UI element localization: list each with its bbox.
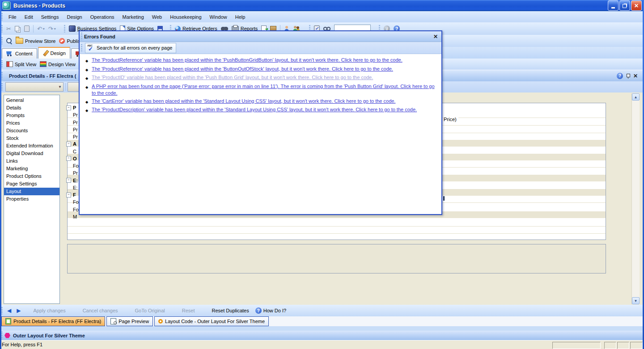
pin-icon[interactable]: [626, 73, 630, 78]
menu-help[interactable]: Help: [231, 13, 250, 21]
menu-window[interactable]: Window: [206, 13, 231, 21]
title-bar: Business - Products ✕: [0, 0, 644, 11]
menu-web[interactable]: Web: [148, 13, 166, 21]
menu-operations[interactable]: Operations: [86, 13, 119, 21]
how-do-i-button[interactable]: How Do I?: [263, 308, 286, 313]
tree-label: E:: [73, 178, 78, 183]
vertical-scrollbar[interactable]: ▲ ▼: [631, 93, 640, 304]
scroll-down-button[interactable]: ▼: [632, 297, 640, 304]
dialog-title-bar[interactable]: Errors Found ✕: [80, 31, 441, 42]
collapse-icon[interactable]: −: [66, 178, 71, 183]
sidebar-item-discounts[interactable]: Discounts: [4, 127, 59, 135]
folder-icon: [16, 38, 23, 44]
zoom-button[interactable]: [4, 37, 14, 45]
error-link-visited[interactable]: The 'ProductID' variable has been placed…: [92, 74, 373, 82]
close-button[interactable]: ✕: [631, 0, 642, 11]
reset-button[interactable]: Reset: [182, 308, 195, 313]
panel-help-icon[interactable]: ?: [617, 73, 623, 79]
sidebar-item-properties[interactable]: Properties: [4, 195, 59, 203]
tree-label: P: [73, 105, 76, 110]
bullet-icon: ◆: [85, 74, 92, 82]
collapse-icon[interactable]: −: [66, 105, 71, 110]
doc-tab-page-preview[interactable]: Page Preview: [106, 316, 153, 326]
tree-label: Pr: [73, 120, 78, 125]
error-link[interactable]: The 'ProductReference' variable has been…: [92, 66, 393, 74]
collapse-icon[interactable]: −: [66, 193, 71, 198]
restore-button[interactable]: [619, 0, 630, 11]
doc-tab-layout-code[interactable]: Layout Code - Outer Layout For Silver Th…: [154, 316, 269, 326]
error-link[interactable]: The 'CartError' variable has been placed…: [92, 98, 395, 106]
sidebar-item-details[interactable]: Details: [4, 104, 59, 112]
menu-marketing[interactable]: Marketing: [119, 13, 148, 21]
error-link[interactable]: The 'ProductDescription' variable has be…: [92, 106, 417, 114]
panel-close-icon[interactable]: ✕: [633, 73, 638, 79]
menu-housekeeping[interactable]: Housekeeping: [166, 13, 205, 21]
redo-button[interactable]: ↷▾: [47, 25, 58, 33]
apply-changes-button[interactable]: Apply changes: [33, 308, 65, 313]
undo-button[interactable]: ↶▾: [35, 25, 47, 33]
minimize-button[interactable]: [608, 0, 619, 11]
text-fragment: [443, 196, 445, 201]
tab-content[interactable]: Content: [2, 48, 37, 59]
collapse-icon[interactable]: −: [66, 156, 71, 161]
window-title: Business - Products: [13, 3, 65, 9]
sidebar-item-links[interactable]: Links: [4, 157, 59, 165]
next-arrow-icon[interactable]: ▶: [17, 307, 21, 314]
search-all-errors-button[interactable]: ABC✓ Search for all errors on every page: [85, 43, 176, 53]
undo-icon: ↶: [37, 26, 42, 32]
panel-title: Product Details - FF Electra (: [9, 73, 76, 79]
copy-button[interactable]: [13, 25, 22, 32]
error-list: ◆ The 'ProductReference' variable has be…: [80, 54, 441, 114]
doc-tab-product-details[interactable]: Product Details - FF Electra (FF Electra…: [1, 316, 105, 326]
split-view-icon: [6, 61, 13, 67]
bullet-icon: ◆: [85, 66, 92, 74]
split-view-button[interactable]: Split View: [4, 60, 38, 68]
sidebar-item-layout[interactable]: Layout: [4, 188, 59, 195]
cancel-changes-button[interactable]: Cancel changes: [83, 308, 118, 313]
bullet-icon: ◆: [85, 83, 92, 97]
error-link[interactable]: The 'ProductReference' variable has been…: [92, 57, 402, 65]
tree-label: Pr: [73, 112, 78, 118]
cut-button[interactable]: ✂: [4, 25, 13, 33]
menu-file[interactable]: File: [4, 13, 21, 21]
tree-label: O: [73, 156, 77, 161]
app-logo-icon: [2, 1, 11, 10]
reset-duplicates-button[interactable]: Reset Duplicates: [212, 308, 249, 313]
restore-icon: [623, 4, 627, 8]
error-link[interactable]: A PHP error has been found on the page (…: [92, 83, 438, 97]
design-view-button[interactable]: Design View: [38, 60, 77, 68]
layout-combo-1[interactable]: ▼: [5, 82, 64, 92]
sidebar-item-general[interactable]: General: [4, 97, 59, 104]
sidebar-item-extended-information[interactable]: Extended Information: [4, 142, 59, 150]
dialog-close-icon[interactable]: ✕: [433, 34, 438, 39]
menu-bar: File Edit Settings Design Operations Mar…: [0, 11, 644, 22]
sidebar-item-marketing[interactable]: Marketing: [4, 165, 59, 172]
goto-original-button[interactable]: GoTo Original: [135, 308, 165, 313]
search-all-errors-label: Search for all errors on every page: [97, 45, 172, 50]
pencil-icon: [42, 50, 48, 56]
actions-toolbar: ◀ ▶ Apply changes Cancel changes GoTo Or…: [0, 305, 644, 316]
chevron-down-icon: ▾: [43, 27, 45, 31]
tree-label: Pr: [73, 134, 78, 139]
menu-design[interactable]: Design: [63, 13, 86, 21]
bullet-icon: ◆: [85, 98, 92, 106]
sidebar-item-stock[interactable]: Stock: [4, 135, 59, 142]
menu-edit[interactable]: Edit: [21, 13, 37, 21]
sidebar-item-digital-download[interactable]: Digital Download: [4, 150, 59, 157]
tree-label: A: [73, 141, 76, 147]
sidebar-item-prices[interactable]: Prices: [4, 119, 59, 127]
doc-tab-label: Layout Code - Outer Layout For Silver Th…: [165, 319, 265, 324]
sidebar-item-page-settings[interactable]: Page Settings: [4, 180, 59, 188]
menu-settings[interactable]: Settings: [37, 13, 63, 21]
tab-design[interactable]: Design: [38, 46, 70, 59]
scroll-up-button[interactable]: ▲: [632, 93, 640, 101]
sidebar-item-prompts[interactable]: Prompts: [4, 112, 59, 119]
sidebar-item-product-options[interactable]: Product Options: [4, 172, 59, 180]
paste-button[interactable]: [22, 25, 31, 33]
document-tab-bar: Product Details - FF Electra (FF Electra…: [0, 316, 644, 326]
previous-arrow-icon[interactable]: ◀: [7, 307, 11, 314]
redo-icon: ↷: [48, 26, 53, 32]
preview-store-button[interactable]: Preview Store: [14, 37, 57, 45]
collapse-icon[interactable]: −: [66, 142, 71, 147]
outer-layout-title: Outer Layout For Silver Theme: [13, 333, 85, 338]
